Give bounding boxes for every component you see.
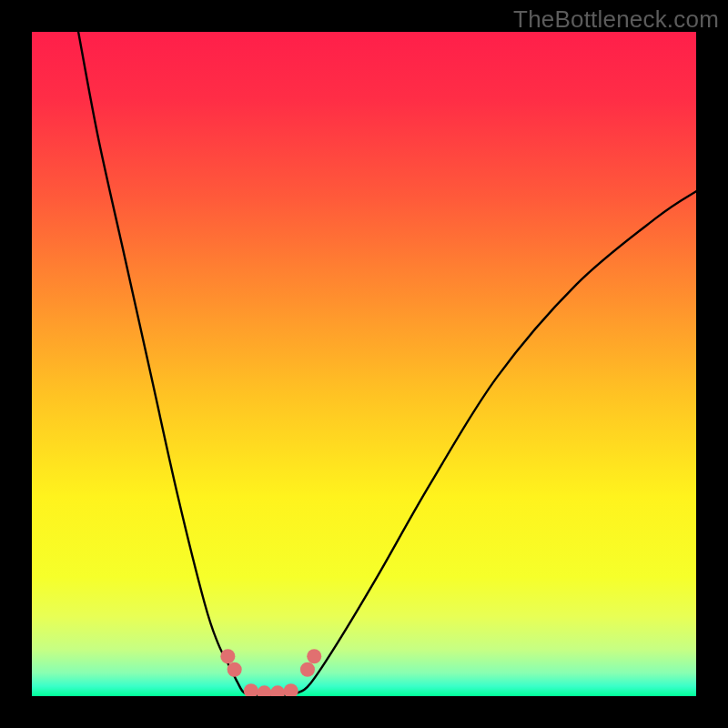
valley-marker xyxy=(220,649,235,663)
valley-marker xyxy=(300,662,315,677)
bottleneck-curve xyxy=(78,32,696,695)
valley-marker xyxy=(228,662,242,677)
valley-marker xyxy=(244,683,258,696)
valley-marker xyxy=(307,649,321,663)
plot-area xyxy=(32,32,696,696)
valley-marker xyxy=(257,685,271,696)
valley-marker xyxy=(284,683,298,696)
watermark-text: TheBottleneck.com xyxy=(513,5,719,34)
curve-layer xyxy=(32,32,696,696)
valley-marker xyxy=(270,685,285,696)
outer-frame: TheBottleneck.com xyxy=(0,0,728,728)
